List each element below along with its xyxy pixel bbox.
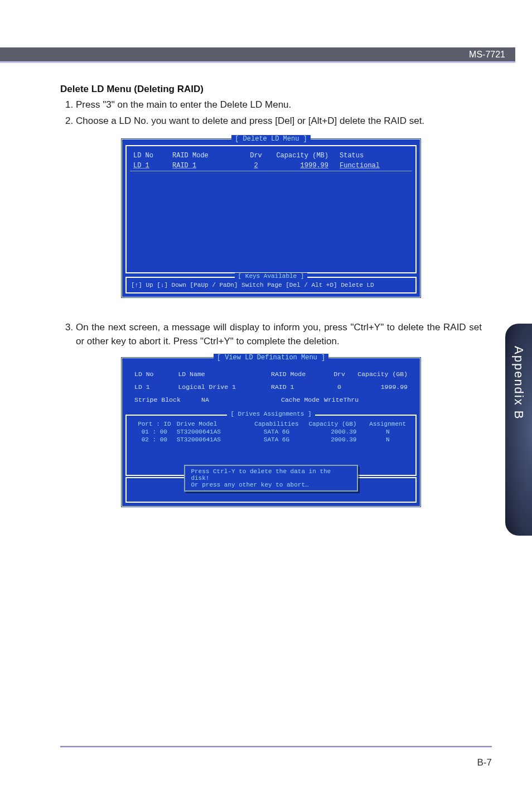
col-drv: Drv: [239, 152, 273, 160]
col-model: Drive Model: [177, 421, 249, 427]
assign-title: [ Drives Assignments ]: [227, 411, 315, 417]
assign-row: 02 : 00 ST32000641AS SATA 6G 2000.39 N: [132, 436, 410, 444]
cell-capgb: 2000.39: [304, 436, 366, 443]
summary-header-row: LD No LD Name RAID Mode Drv Capacity (GB…: [134, 370, 408, 378]
bios1-keys-bar: [ Keys Available ] [↑] Up [↓] Down [PaUp…: [125, 277, 417, 293]
doc-header: MS-7721: [0, 47, 515, 63]
col-capgb: Capacity (GB): [304, 421, 366, 427]
bios-view-ld-panel: [ View LD Defination Menu ] LD No LD Nam…: [120, 357, 422, 508]
page-number: B-7: [477, 757, 492, 768]
val-rmode: RAID 1: [271, 383, 326, 391]
col-raidmode: RAID Mode: [172, 152, 239, 160]
cell-ldno: LD 1: [133, 162, 172, 170]
page-content: Delete LD Menu (Deleting RAID) Press "3"…: [60, 84, 482, 508]
lbl-ldname: LD Name: [178, 370, 271, 378]
steps-list-cont: On the next screen, a message will displ…: [60, 321, 482, 348]
bios1-table: LD No RAID Mode Drv Capacity (MB) Status…: [125, 145, 417, 273]
step-1: Press "3" on the main to enter the Delet…: [76, 98, 482, 112]
val-ldno: LD 1: [134, 383, 178, 391]
cell-model: ST32000641AS: [177, 429, 249, 435]
lbl-cap: Capacity (GB): [353, 370, 408, 378]
lbl-drv: Drv: [326, 370, 353, 378]
doc-id: MS-7721: [469, 50, 505, 60]
bios2-title: [ View LD Defination Menu ]: [214, 354, 328, 362]
val-cache: WriteThru: [324, 396, 380, 403]
cell-port: 02 : 00: [132, 436, 177, 443]
cell-caps: SATA 6G: [249, 436, 304, 443]
confirm-dialog[interactable]: Press Ctrl-Y to delete the data in the d…: [184, 465, 357, 492]
lbl-ldno: LD No: [134, 370, 178, 378]
assign-header-row: Port : ID Drive Model Capabilities Capac…: [132, 420, 410, 428]
summary-stripe-row: Stripe Block NA Cache Mode WriteThru: [134, 396, 408, 403]
confirm-line1: Press Ctrl-Y to delete the data in the d…: [191, 468, 351, 482]
cell-asgn: N: [365, 436, 410, 443]
steps-list: Press "3" on the main to enter the Delet…: [60, 98, 482, 128]
val-drv: 0: [326, 383, 353, 391]
bios2-summary: LD No LD Name RAID Mode Drv Capacity (GB…: [125, 364, 417, 413]
val-stripe: NA: [201, 396, 268, 403]
cell-port: 01 : 00: [132, 429, 177, 435]
appendix-tab: Appendix B: [505, 324, 532, 536]
section-heading: Delete LD Menu (Deleting RAID): [60, 84, 482, 95]
bios1-keys-text: [↑] Up [↓] Down [PaUp / PaDn] Switch Pag…: [131, 282, 374, 288]
confirm-line2: Or press any other key to abort…: [191, 482, 351, 488]
summary-value-row: LD 1 Logical Drive 1 RAID 1 0 1999.99: [134, 383, 408, 391]
cell-mode: RAID 1: [172, 162, 239, 170]
cell-drv: 2: [239, 162, 273, 170]
bios2-keys-bar: Press Ctrl-Y to delete the data in the d…: [125, 477, 417, 503]
bios1-data-row[interactable]: LD 1 RAID 1 2 1999.99 Functional: [130, 161, 412, 171]
step-2: Choose a LD No. you want to delete and p…: [76, 114, 482, 128]
lbl-stripe: Stripe Block: [134, 396, 201, 403]
footer-rule: [60, 746, 492, 748]
assign-row: 01 : 00 ST32000641AS SATA 6G 2000.39 N: [132, 428, 410, 436]
val-ldname: Logical Drive 1: [178, 383, 271, 391]
bios1-title: [ Delete LD Menu ]: [231, 135, 311, 143]
col-port: Port : ID: [132, 421, 177, 427]
col-asgn: Assignment: [365, 421, 410, 427]
cell-caps: SATA 6G: [249, 429, 304, 435]
bios1-keys-title: [ Keys Available ]: [235, 273, 308, 280]
appendix-label: Appendix B: [511, 346, 526, 420]
val-cap: 1999.99: [353, 383, 408, 391]
cell-cap: 1999.99: [273, 162, 340, 170]
col-ldno: LD No: [133, 152, 172, 160]
step-3: On the next screen, a message will displ…: [76, 321, 482, 348]
cell-asgn: N: [365, 429, 410, 435]
cell-capgb: 2000.39: [304, 429, 366, 435]
lbl-cache: Cache Mode: [268, 396, 324, 403]
bios1-header-row: LD No RAID Mode Drv Capacity (MB) Status: [130, 151, 412, 161]
col-capacity: Capacity (MB): [273, 152, 340, 160]
col-caps: Capabilities: [249, 421, 304, 427]
cell-model: ST32000641AS: [177, 436, 249, 443]
lbl-rmode: RAID Mode: [271, 370, 326, 378]
col-status: Status: [340, 152, 395, 160]
bios-delete-ld-panel: [ Delete LD Menu ] LD No RAID Mode Drv C…: [120, 138, 422, 299]
cell-status: Functional: [340, 162, 395, 170]
